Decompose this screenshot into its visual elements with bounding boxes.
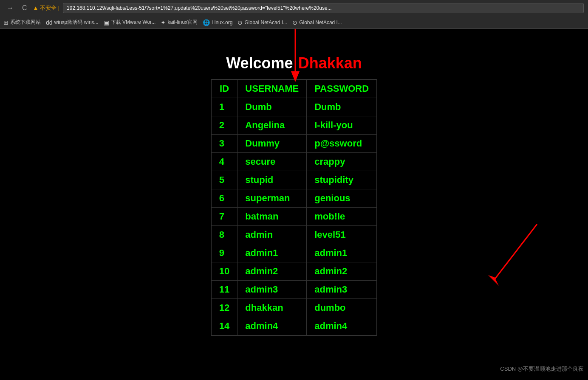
- bookmark-netacad1[interactable]: ⊙ Global NetAcad I...: [237, 19, 287, 26]
- cell-id: 9: [211, 244, 237, 262]
- table-row: 9admin1admin1: [211, 244, 377, 262]
- table-header-row: ID USERNAME PASSWORD: [211, 79, 377, 98]
- cell-password: mob!le: [307, 208, 377, 226]
- table-row: 4securecrappy: [211, 153, 377, 171]
- bookmark-icon-linux: 🌐: [203, 19, 210, 26]
- table-row: 14admin4admin4: [211, 317, 377, 336]
- cell-id: 5: [211, 171, 237, 189]
- svg-marker-3: [488, 275, 499, 286]
- table-row: 2AngelinaI-kill-you: [211, 116, 377, 135]
- col-header-username: USERNAME: [237, 79, 307, 98]
- bookmark-icon-netacad2: ⊙: [292, 19, 297, 26]
- cell-id: 12: [211, 299, 237, 317]
- cell-username: Dummy: [237, 135, 307, 153]
- table-row: 10admin2admin2: [211, 262, 377, 281]
- bookmark-icon-vmware: ▣: [104, 19, 109, 26]
- bookmark-vmware[interactable]: ▣ 下载 VMware Wor...: [104, 19, 156, 26]
- cell-password: admin4: [307, 317, 377, 336]
- table-row: 11admin3admin3: [211, 281, 377, 299]
- table-row: 1DumbDumb: [211, 98, 377, 116]
- table-row: 12dhakkandumbo: [211, 299, 377, 317]
- bookmarks-bar: ⊞ 系统下载网站 dd winxp激活码 winx... ▣ 下载 VMware…: [0, 16, 588, 29]
- table-row: 3Dummyp@ssword: [211, 135, 377, 153]
- arrow-diagonal-icon: [469, 220, 546, 305]
- welcome-label: Welcome: [226, 54, 293, 72]
- cell-username: Angelina: [237, 116, 307, 135]
- cell-password: stupidity: [307, 171, 377, 189]
- cell-password: level51: [307, 226, 377, 244]
- cell-password: genious: [307, 189, 377, 208]
- col-header-password: PASSWORD: [307, 79, 377, 98]
- bookmark-icon-winxp: dd: [46, 19, 53, 26]
- browser-bar: → C ▲ 不安全 | 192.168.110.129/sqli-labs/Le…: [0, 0, 588, 16]
- cell-username: stupid: [237, 171, 307, 189]
- page-container: Welcome Dhakkan ID USERNAME PASSWORD 1Du…: [211, 54, 377, 377]
- security-warning: ▲ 不安全 |: [33, 4, 59, 12]
- bookmark-icon-kali: ✦: [161, 19, 166, 26]
- cell-password: crappy: [307, 153, 377, 171]
- data-table: ID USERNAME PASSWORD 1DumbDumb2AngelinaI…: [211, 79, 377, 336]
- reload-button[interactable]: C: [20, 3, 30, 13]
- cell-username: superman: [237, 189, 307, 208]
- back-button[interactable]: →: [4, 3, 16, 13]
- table-row: 6supermangenious: [211, 189, 377, 208]
- cell-id: 11: [211, 281, 237, 299]
- main-content: Welcome Dhakkan ID USERNAME PASSWORD 1Du…: [0, 29, 588, 377]
- cell-username: admin: [237, 226, 307, 244]
- cell-id: 4: [211, 153, 237, 171]
- svg-line-2: [495, 224, 537, 279]
- cell-password: Dumb: [307, 98, 377, 116]
- cell-password: I-kill-you: [307, 116, 377, 135]
- cell-password: admin1: [307, 244, 377, 262]
- cell-id: 8: [211, 226, 237, 244]
- cell-id: 7: [211, 208, 237, 226]
- bookmark-winxp[interactable]: dd winxp激活码 winx...: [46, 19, 99, 26]
- cell-password: p@ssword: [307, 135, 377, 153]
- cell-username: admin4: [237, 317, 307, 336]
- table-row: 5stupidstupidity: [211, 171, 377, 189]
- col-header-id: ID: [211, 79, 237, 98]
- table-row: 8adminlevel51: [211, 226, 377, 244]
- cell-id: 3: [211, 135, 237, 153]
- cell-username: secure: [237, 153, 307, 171]
- cell-id: 2: [211, 116, 237, 135]
- bookmark-kali[interactable]: ✦ kail-linux官网: [161, 19, 198, 26]
- bookmark-icon-netacad1: ⊙: [237, 19, 243, 26]
- cell-username: admin2: [237, 262, 307, 281]
- bookmark-linux[interactable]: 🌐 Linux.org: [203, 19, 232, 26]
- cell-id: 1: [211, 98, 237, 116]
- cell-username: batman: [237, 208, 307, 226]
- cell-password: dumbo: [307, 299, 377, 317]
- watermark: CSDN @不要温顺地走进那个良夜: [500, 365, 584, 373]
- cell-id: 10: [211, 262, 237, 281]
- cell-id: 14: [211, 317, 237, 336]
- cell-password: admin2: [307, 262, 377, 281]
- bookmark-system[interactable]: ⊞ 系统下载网站: [3, 19, 41, 26]
- url-bar[interactable]: 192.168.110.129/sqli-labs/Less-51/?sort=…: [63, 3, 584, 13]
- cell-username: admin3: [237, 281, 307, 299]
- welcome-header: Welcome Dhakkan: [226, 54, 362, 72]
- dhakkan-label: Dhakkan: [298, 54, 362, 72]
- cell-username: admin1: [237, 244, 307, 262]
- cell-password: admin3: [307, 281, 377, 299]
- table-row: 7batmanmob!le: [211, 208, 377, 226]
- cell-username: Dumb: [237, 98, 307, 116]
- bookmark-netacad2[interactable]: ⊙ Global NetAcad I...: [292, 19, 342, 26]
- cell-id: 6: [211, 189, 237, 208]
- cell-username: dhakkan: [237, 299, 307, 317]
- bookmark-icon-system: ⊞: [3, 19, 8, 26]
